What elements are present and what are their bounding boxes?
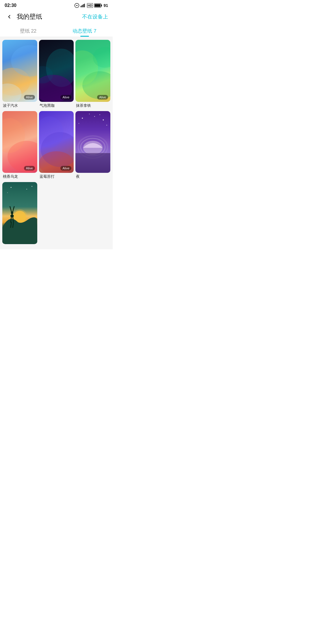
header-left: 我的壁纸 bbox=[5, 12, 42, 21]
alive-badge: Alive bbox=[60, 95, 71, 100]
svg-rect-4 bbox=[84, 4, 85, 8]
svg-rect-1 bbox=[81, 6, 81, 7]
wallpaper-thumb-bubble: Alive bbox=[39, 40, 74, 102]
battery-level: 91 bbox=[103, 3, 108, 8]
svg-point-26 bbox=[79, 123, 79, 123]
header: 我的壁纸 不在设备上 bbox=[0, 10, 113, 25]
svg-point-41 bbox=[10, 215, 14, 218]
wallpaper-thumb-peach: Alive bbox=[2, 111, 37, 173]
svg-point-35 bbox=[11, 187, 12, 188]
svg-point-28 bbox=[89, 113, 90, 114]
svg-point-22 bbox=[82, 117, 83, 119]
svg-point-36 bbox=[26, 189, 27, 189]
wallpaper-item-peach[interactable]: Alive桃香乌龙 bbox=[2, 111, 37, 181]
svg-rect-7 bbox=[95, 4, 101, 7]
svg-point-25 bbox=[100, 114, 100, 115]
battery-icon bbox=[94, 3, 102, 8]
tabs: 壁纸 22 动态壁纸 7 bbox=[0, 25, 113, 37]
svg-point-29 bbox=[83, 141, 103, 155]
status-icons: HD 91 bbox=[74, 3, 108, 8]
alive-badge: Alive bbox=[97, 95, 108, 100]
wallpaper-name-bubble: 气泡黑咖 bbox=[39, 103, 74, 109]
svg-rect-32 bbox=[75, 153, 110, 173]
weibo-icon bbox=[74, 3, 79, 8]
alive-badge: Alive bbox=[60, 166, 71, 171]
wallpaper-name-night: 夜 bbox=[75, 174, 110, 180]
wallpaper-name-peach: 桃香乌龙 bbox=[2, 174, 37, 180]
wallpaper-thumb-blueberry: Alive bbox=[39, 111, 74, 173]
svg-point-37 bbox=[31, 186, 32, 187]
wallpaper-thumb-night bbox=[75, 111, 110, 173]
svg-rect-6 bbox=[101, 5, 102, 6]
hd-badge: HD bbox=[87, 3, 93, 8]
wallpaper-name-blueberry: 蓝莓苏打 bbox=[39, 174, 74, 180]
wallpaper-thumb-bozy: Alive bbox=[2, 40, 37, 102]
svg-point-42 bbox=[11, 211, 13, 214]
alive-badge: Alive bbox=[24, 95, 35, 100]
wallpaper-thumb-matcha: Alive bbox=[75, 40, 110, 102]
status-bar: 02:30 HD 91 bbox=[0, 0, 113, 10]
tab-wallpaper[interactable]: 壁纸 22 bbox=[0, 25, 56, 37]
svg-rect-3 bbox=[83, 4, 84, 8]
page-title: 我的壁纸 bbox=[17, 12, 42, 21]
wallpaper-thumb-deer bbox=[2, 182, 37, 244]
signal-icon bbox=[81, 3, 86, 8]
alive-badge: Alive bbox=[24, 166, 35, 171]
wallpaper-name-deer bbox=[2, 245, 37, 246]
svg-point-23 bbox=[94, 116, 95, 117]
svg-rect-2 bbox=[82, 5, 83, 7]
wallpaper-item-bubble[interactable]: Alive气泡黑咖 bbox=[39, 40, 74, 109]
back-button[interactable] bbox=[5, 12, 14, 21]
wallpaper-item-matcha[interactable]: Alive抹茶拿铁 bbox=[75, 40, 110, 109]
svg-point-27 bbox=[107, 125, 107, 125]
wallpaper-item-bozy[interactable]: Alive波子汽水 bbox=[2, 40, 37, 109]
wallpaper-item-night[interactable]: 夜 bbox=[75, 111, 110, 181]
wallpaper-grid: Alive波子汽水 Alive气泡黑咖 Alive抹茶拿铁 Alive桃香乌龙 … bbox=[0, 37, 113, 249]
not-on-device-button[interactable]: 不在设备上 bbox=[82, 13, 108, 20]
wallpaper-name-bozy: 波子汽水 bbox=[2, 103, 37, 109]
svg-point-38 bbox=[7, 192, 8, 193]
status-time: 02:30 bbox=[5, 3, 16, 8]
wallpaper-item-deer[interactable] bbox=[2, 182, 37, 246]
wallpaper-item-blueberry[interactable]: Alive蓝莓苏打 bbox=[39, 111, 74, 181]
svg-point-24 bbox=[103, 119, 104, 120]
wallpaper-name-matcha: 抹茶拿铁 bbox=[75, 103, 110, 109]
tab-live-wallpaper[interactable]: 动态壁纸 7 bbox=[56, 25, 113, 37]
